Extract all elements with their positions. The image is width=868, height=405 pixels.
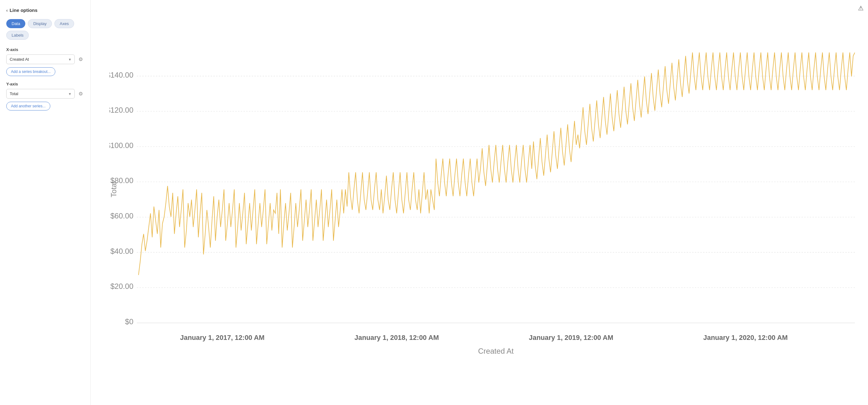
tab-labels[interactable]: Labels: [6, 31, 29, 40]
svg-text:January 1, 2018, 12:00 AM: January 1, 2018, 12:00 AM: [354, 334, 439, 342]
chevron-left-icon: ‹: [6, 8, 8, 13]
yaxis-select-wrapper: Total ▼: [6, 89, 75, 98]
xaxis-select-wrapper: Created At ▼: [6, 54, 75, 64]
svg-rect-0: [137, 49, 855, 323]
svg-text:January 1, 2020, 12:00 AM: January 1, 2020, 12:00 AM: [703, 334, 788, 342]
tabs-row: Data Display Axes Labels: [6, 19, 84, 40]
xaxis-section: X-axis Created At ▼ ⚙ Add a series break…: [6, 47, 84, 76]
chart-svg: $0 $20.00 $40.00 $60.00 $80.00 $100.00 $…: [110, 6, 862, 386]
yaxis-label: Y-axis: [6, 82, 84, 86]
svg-text:Created At: Created At: [478, 347, 514, 355]
xaxis-row: Created At ▼ ⚙: [6, 54, 84, 64]
yaxis-row: Total ▼ ⚙: [6, 89, 84, 98]
tab-axes[interactable]: Axes: [54, 19, 74, 28]
yaxis-section: Y-axis Total ▼ ⚙ Add another series...: [6, 82, 84, 111]
page-title: Line options: [10, 7, 37, 13]
left-panel: ‹ Line options Data Display Axes Labels …: [0, 0, 91, 405]
svg-text:Total: Total: [110, 181, 118, 198]
svg-text:$60.00: $60.00: [111, 211, 133, 220]
add-series-breakout-button[interactable]: Add a series breakout...: [6, 67, 55, 76]
svg-text:January 1, 2019, 12:00 AM: January 1, 2019, 12:00 AM: [529, 334, 613, 342]
xaxis-gear-button[interactable]: ⚙: [77, 55, 84, 63]
xaxis-label: X-axis: [6, 47, 84, 52]
chart-area: ⚠ $0 $20.00 $40.00 $60.: [91, 0, 868, 405]
svg-text:$100.00: $100.00: [110, 141, 133, 150]
tab-display[interactable]: Display: [28, 19, 52, 28]
svg-text:January 1, 2017, 12:00 AM: January 1, 2017, 12:00 AM: [180, 334, 265, 342]
yaxis-gear-button[interactable]: ⚙: [77, 89, 84, 98]
svg-text:$120.00: $120.00: [110, 106, 133, 114]
chart-container: $0 $20.00 $40.00 $60.00 $80.00 $100.00 $…: [110, 6, 862, 386]
yaxis-select[interactable]: Total: [6, 89, 75, 98]
svg-text:$140.00: $140.00: [110, 71, 133, 79]
back-button[interactable]: ‹ Line options: [6, 7, 84, 13]
svg-text:$0: $0: [125, 317, 133, 326]
add-another-series-button[interactable]: Add another series...: [6, 102, 50, 111]
svg-text:$20.00: $20.00: [111, 282, 133, 290]
svg-text:$40.00: $40.00: [111, 247, 133, 255]
tab-data[interactable]: Data: [6, 19, 25, 28]
xaxis-select[interactable]: Created At: [6, 54, 75, 64]
